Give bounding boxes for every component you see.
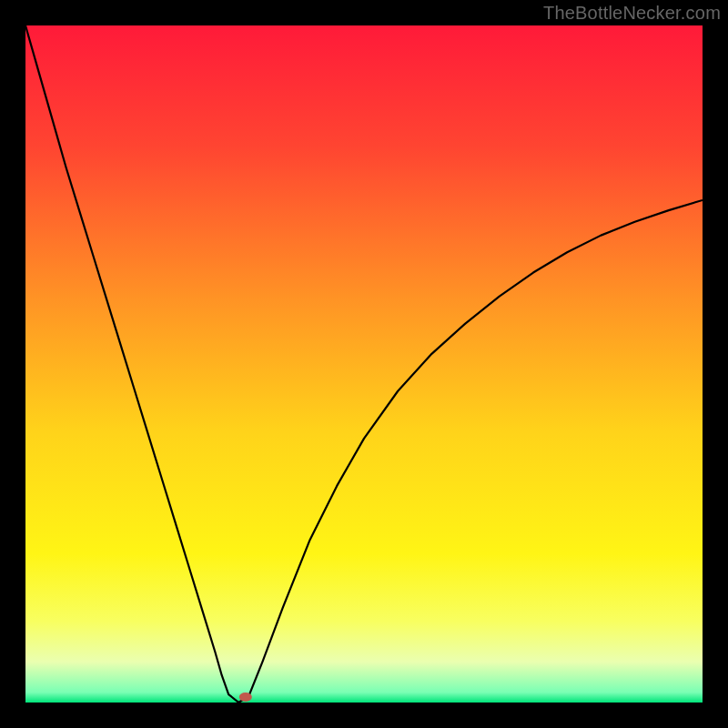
watermark-text: TheBottleNecker.com — [543, 3, 721, 24]
optimal-point-marker — [239, 693, 252, 702]
chart-frame: TheBottleNecker.com — [0, 0, 728, 728]
chart-plot-area — [25, 25, 703, 703]
chart-svg — [25, 25, 703, 703]
